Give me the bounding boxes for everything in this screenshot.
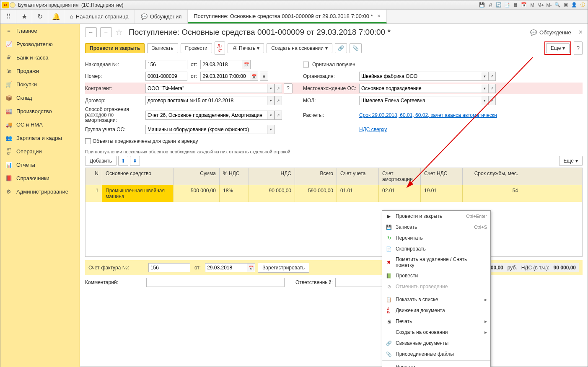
dropdown-icon[interactable]: ▾ bbox=[267, 111, 275, 120]
notifications-button[interactable]: 🔔 bbox=[48, 10, 64, 23]
tab-discuss[interactable]: 💬Обсуждения bbox=[135, 10, 188, 23]
open-icon[interactable]: ↗ bbox=[488, 72, 496, 81]
help-button[interactable]: ? bbox=[574, 41, 583, 55]
nds-link[interactable]: НДС сверху bbox=[359, 127, 387, 132]
open-icon[interactable]: ↗ bbox=[275, 111, 282, 120]
sidebar-item-operations[interactable]: ДтКтОперации bbox=[0, 145, 80, 158]
post-button[interactable]: Провести bbox=[181, 43, 212, 53]
write-button[interactable]: Записать bbox=[147, 43, 178, 53]
favorites-button[interactable]: ★ bbox=[16, 10, 32, 23]
tab-document[interactable]: Поступление: Основные средства 0001-0000… bbox=[188, 10, 387, 23]
col-acc[interactable]: Счет учета bbox=[337, 168, 379, 185]
col-sum[interactable]: Сумма bbox=[174, 168, 220, 185]
sidebar-item-production[interactable]: 🏭Производство bbox=[0, 104, 80, 118]
dropdown-icon[interactable]: ▾ bbox=[267, 125, 275, 134]
org-input[interactable] bbox=[359, 72, 481, 81]
comment-input[interactable] bbox=[146, 278, 285, 287]
tab-home[interactable]: ⌂Начальная страница bbox=[64, 10, 135, 23]
info-icon[interactable]: ⓘ bbox=[579, 2, 586, 8]
menu-create[interactable]: Создать на основании▸ bbox=[382, 327, 490, 338]
refresh-icon[interactable]: 🔄 bbox=[495, 2, 502, 8]
invoice-date-input[interactable] bbox=[200, 60, 242, 69]
original-checkbox[interactable] bbox=[303, 62, 309, 67]
create-based-button[interactable]: Создать на основании▾ bbox=[267, 43, 332, 53]
m-button[interactable]: M bbox=[529, 2, 536, 8]
print-icon[interactable]: 🖨 bbox=[487, 2, 494, 8]
calendar-icon[interactable]: 📅 bbox=[247, 263, 255, 272]
menu-post[interactable]: 📗Провести bbox=[382, 270, 490, 281]
col-name[interactable]: Основное средство bbox=[102, 168, 174, 185]
col-nds-acc[interactable]: Счет НДС bbox=[421, 168, 463, 185]
close-button[interactable]: × bbox=[579, 28, 583, 36]
open-icon[interactable]: ↗ bbox=[275, 84, 282, 93]
menu-print[interactable]: 🖨Печать▸ bbox=[382, 316, 490, 327]
calendar-icon[interactable]: 📅 bbox=[242, 60, 251, 69]
compare-icon[interactable]: 📑 bbox=[504, 2, 510, 8]
col-amort[interactable]: Счет амортизации bbox=[379, 168, 421, 185]
nav-fwd-button[interactable]: → bbox=[100, 27, 112, 37]
rent-checkbox[interactable] bbox=[85, 138, 91, 144]
m-minus-button[interactable]: M- bbox=[546, 2, 552, 8]
group-input[interactable] bbox=[145, 125, 267, 134]
sidebar-item-assets[interactable]: 🚚ОС и НМА bbox=[0, 118, 80, 131]
history-button[interactable]: ↻ bbox=[32, 10, 48, 23]
sidebar-item-reports[interactable]: 📊Отчеты bbox=[0, 158, 80, 171]
apps-button[interactable]: ⠿ bbox=[0, 10, 16, 23]
add-row-button[interactable]: Добавить bbox=[85, 156, 117, 166]
way-input[interactable] bbox=[145, 111, 267, 120]
discussion-button[interactable]: 💬Обсуждение bbox=[530, 29, 571, 36]
menu-attach[interactable]: 📎Присоединенные файлы bbox=[382, 349, 490, 359]
table-more-button[interactable]: Еще▾ bbox=[559, 156, 583, 166]
sidebar-item-hr[interactable]: 👥Зарплата и кадры bbox=[0, 131, 80, 145]
sidebar-item-sales[interactable]: 🛍Продажи bbox=[0, 64, 80, 78]
move-down-button[interactable]: ⬇ bbox=[130, 156, 140, 166]
register-button[interactable]: Зарегистрировать bbox=[258, 263, 309, 273]
menu-write[interactable]: 💾ЗаписатьCtrl+S bbox=[382, 222, 490, 233]
post-and-close-button[interactable]: Провести и закрыть bbox=[85, 43, 145, 53]
m-plus-button[interactable]: M+ bbox=[537, 2, 544, 8]
sidebar-item-admin[interactable]: ⚙Администрирование bbox=[0, 185, 80, 198]
calc-link[interactable]: Срок 29.03.2018, 60.01, 60.02, зачет ава… bbox=[359, 112, 497, 118]
dtkt-button[interactable]: ДтКт bbox=[215, 41, 225, 55]
contract-input[interactable] bbox=[145, 96, 267, 105]
col-total[interactable]: Всего bbox=[295, 168, 337, 185]
table-row[interactable]: 1 Промышленная швейная машина 500 000,00… bbox=[85, 185, 582, 202]
contractor-help-button[interactable]: ? bbox=[284, 83, 293, 93]
mol-input[interactable] bbox=[359, 96, 481, 105]
attach-button[interactable]: 📎 bbox=[350, 43, 362, 53]
zoom-icon[interactable]: 🔍 bbox=[554, 2, 561, 8]
calc-icon[interactable]: 🖩 bbox=[512, 2, 519, 8]
col-pnds[interactable]: % НДС bbox=[220, 168, 249, 185]
move-up-button[interactable]: ⬆ bbox=[118, 156, 128, 166]
sidebar-item-main[interactable]: ≡Главное bbox=[0, 24, 80, 37]
col-n[interactable]: N bbox=[85, 168, 102, 185]
sidebar-item-purchases[interactable]: 🛒Покупки bbox=[0, 78, 80, 91]
number-date-input[interactable] bbox=[200, 72, 250, 81]
app-dropdown-icon[interactable] bbox=[10, 2, 16, 8]
sidebar-item-manager[interactable]: 📈Руководителю bbox=[0, 37, 80, 51]
menu-post-close[interactable]: ▶Провести и закрытьCtrl+Enter bbox=[382, 211, 490, 222]
menu-cancel-post[interactable]: ⊘Отменить проведение bbox=[382, 281, 490, 292]
open-icon[interactable]: ↗ bbox=[488, 84, 496, 93]
calendar-icon[interactable]: 📅 bbox=[521, 2, 527, 8]
more-button[interactable]: Еще▾ bbox=[546, 43, 570, 53]
menu-delete[interactable]: ✖Пометить на удаление / Снять пометку bbox=[382, 254, 490, 270]
sf-date-input[interactable] bbox=[205, 263, 247, 272]
menu-moves[interactable]: ДтКтДвижения документа bbox=[382, 305, 490, 316]
dropdown-icon[interactable]: ▾ bbox=[481, 72, 488, 81]
sidebar-item-catalogs[interactable]: 📕Справочники bbox=[0, 171, 80, 185]
menu-reread[interactable]: ↻Перечитать bbox=[382, 233, 490, 243]
save-icon[interactable]: 💾 bbox=[479, 2, 485, 8]
dropdown-icon[interactable]: ▾ bbox=[481, 96, 488, 105]
menu-show-list[interactable]: 📋Показать в списке▸ bbox=[382, 294, 490, 305]
location-input[interactable] bbox=[359, 84, 481, 93]
number-input[interactable] bbox=[145, 72, 187, 81]
user-icon[interactable]: 👤 bbox=[571, 2, 578, 8]
contractor-input[interactable] bbox=[145, 84, 267, 93]
date-picker-icon[interactable]: ≡ bbox=[260, 72, 268, 81]
col-nds[interactable]: НДС bbox=[249, 168, 295, 185]
sf-no-input[interactable] bbox=[148, 263, 190, 272]
open-icon[interactable]: ↗ bbox=[488, 96, 496, 105]
nav-back-button[interactable]: ← bbox=[85, 27, 97, 37]
panels-icon[interactable]: ▣ bbox=[562, 2, 569, 8]
